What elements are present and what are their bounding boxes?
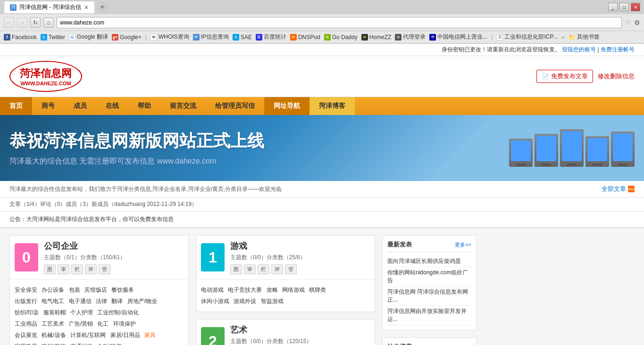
nav-item-members[interactable]: 成员 [64, 97, 96, 115]
stats-bar: 文章（1/4）评论（0）成员（3）新成员（daduzhuang 2012-11-… [0, 197, 644, 212]
nav-item-online[interactable]: 在线 [96, 97, 128, 115]
cat-link-machinery[interactable]: 机械/设备 [42, 332, 66, 338]
close-btn[interactable]: ✕ [631, 3, 640, 11]
cat-link-electric-game[interactable]: 电动游戏 [201, 287, 224, 293]
bookmark-other[interactable]: 📁 其他书签 [569, 33, 600, 41]
cat-link-publishing[interactable]: 出版发行 [15, 298, 37, 304]
cat-link-realestate[interactable]: 房地产/物业 [127, 298, 157, 304]
cat-link-appliances[interactable]: 家用电器 [15, 343, 37, 345]
nav-item-messages[interactable]: 留言交流 [160, 97, 206, 115]
cat-link-home-goods[interactable]: 家居/日用品 [110, 332, 140, 338]
refresh-btn[interactable]: ↻ [30, 17, 41, 28]
bookmark-twitter[interactable]: t Twitter [41, 34, 65, 41]
cat-link-accessories[interactable]: 游戏外设 [234, 298, 256, 304]
cat-link-strategy[interactable]: 攻略 [267, 287, 278, 293]
maximize-btn[interactable]: □ [619, 3, 629, 11]
cat-btn-column[interactable]: 栏 [71, 264, 83, 274]
bookmark-whois[interactable]: W WHOIS查询 [151, 33, 189, 41]
cat-btn-review[interactable]: 审 [58, 264, 69, 274]
recent-post-2[interactable]: 你懂的网站nidongde.com低价广告 [387, 267, 471, 287]
bookmark-homezz[interactable]: H HomeZZ [361, 34, 392, 41]
bookmark-facebook[interactable]: f Facebook [4, 34, 37, 41]
site-logo[interactable]: 菏泽信息网 WWW.DAHEZE.COM [9, 61, 82, 92]
nav-item-merchants[interactable]: 商号 [32, 97, 64, 115]
cat-btn-game-comment[interactable]: 评 [271, 264, 283, 274]
cat-link-office[interactable]: 办公设备 [42, 287, 64, 293]
cat-link-law[interactable]: 法律 [96, 298, 107, 304]
cat-link-fashion[interactable]: 服装鞋帽 [43, 309, 66, 316]
cat-link-environment[interactable]: 环境保护 [113, 320, 136, 327]
login-link[interactable]: 登陆您的账号 [562, 46, 596, 53]
cat-link-transport[interactable]: 交通运输 [70, 343, 93, 345]
bookmark-baidu[interactable]: 百 百度统计 [256, 33, 286, 41]
home-btn[interactable]: ⌂ [43, 17, 54, 28]
bookmark-agent[interactable]: G 代理登录 [395, 33, 426, 41]
nav-item-contact[interactable]: 给管理员写信 [206, 97, 264, 115]
cat-link-hotel[interactable]: 宾馆饭店 [84, 287, 107, 293]
minimize-btn[interactable]: _ [608, 3, 618, 11]
bookmark-godaddy[interactable]: G Go Daddy [324, 34, 358, 41]
cat-link-chess[interactable]: 棋牌类 [309, 287, 326, 293]
cat-btn-comment[interactable]: 评 [85, 264, 97, 274]
forward-btn[interactable]: → [17, 17, 27, 28]
cat-link-finance[interactable]: 金融/投资 [97, 343, 121, 345]
cat-btn-manage[interactable]: 管 [99, 264, 110, 274]
cat-link-internet[interactable]: 计算机/互联网 [70, 332, 106, 338]
bookmark-star[interactable]: ☆ [625, 18, 631, 27]
register-link[interactable]: 免费注册帐号 [601, 46, 635, 53]
bookmark-ip[interactable]: IP IP信息查询 [193, 33, 229, 41]
tab-close-btn[interactable]: ✕ [84, 4, 89, 11]
bookmark-dns[interactable]: D DNSPod [290, 34, 320, 41]
bookmark-googleplus[interactable]: g+ Google+ [112, 34, 142, 41]
bookmark-sae[interactable]: S SAE [233, 34, 252, 41]
edit-link[interactable]: 修改删除信息 [598, 72, 635, 81]
cat-btn-game-manage[interactable]: 管 [285, 264, 297, 274]
cat-link-translation[interactable]: 翻译 [111, 298, 123, 304]
settings-btn[interactable]: ⚙ [634, 19, 640, 26]
cat-link-food[interactable]: 餐饮服务 [111, 287, 134, 293]
cat-btn-game-column[interactable]: 栏 [258, 264, 269, 274]
nav-item-help[interactable]: 帮助 [128, 97, 160, 115]
whois-icon: W [151, 34, 157, 41]
cat-link-casual-game[interactable]: 休闲小游戏 [201, 298, 229, 304]
cat-link-furniture[interactable]: 家具 [144, 332, 156, 338]
recent-post-3[interactable]: 菏泽信息网 菏泽综合信息发布网正... [387, 287, 471, 306]
cat-link-security[interactable]: 安全保安 [15, 287, 37, 293]
cat-link-industrial[interactable]: 工业控制/自动化 [97, 309, 138, 316]
nav-item-blog[interactable]: 菏泽博客 [309, 97, 355, 115]
cat-link-esports[interactable]: 电子竞技大赛 [228, 287, 262, 293]
cat-link-personal[interactable]: 个人护理 [70, 309, 93, 316]
address-bar[interactable] [57, 17, 622, 28]
cat-btn-game-pic[interactable]: 图 [230, 264, 242, 274]
cat-link-chemical[interactable]: 化工 [97, 320, 109, 327]
cat-link-telecom[interactable]: 电子通信 [69, 298, 92, 304]
twitter-icon: t [41, 34, 47, 41]
cat-link-textile[interactable]: 纺织/印染 [15, 309, 39, 316]
all-articles-link[interactable]: 全部文章 RSS [602, 185, 635, 193]
bookmark-telecom[interactable]: 中 中国电信网上营业... [429, 33, 487, 41]
new-tab-btn[interactable]: + [97, 1, 108, 13]
cat-link-online-game[interactable]: 网络游戏 [282, 287, 305, 293]
bookmark-industry[interactable]: 工 工业和信息化部ICP... [496, 33, 557, 41]
cat-link-electrical[interactable]: 电气电工 [42, 298, 64, 304]
cat-link-building[interactable]: 建材/装饰 [42, 343, 66, 345]
cat-btn-game-review[interactable]: 审 [244, 264, 256, 274]
recent-posts-more[interactable]: 更多>> [455, 241, 471, 248]
cat-link-puzzle[interactable]: 智益游戏 [261, 298, 284, 304]
publish-btn[interactable]: 📄 免费发布文章 [536, 70, 593, 83]
cat-link-exhibition[interactable]: 会议展览 [15, 332, 37, 338]
cat-link-advertising[interactable]: 广告/营销 [69, 320, 93, 327]
cat-link-packaging[interactable]: 包装 [69, 287, 80, 293]
recent-post-1[interactable]: 面向菏泽城区长期供应柴鸡蛋 [387, 256, 471, 267]
recent-post-4[interactable]: 菏泽信息网由开放实验室开发并运... [387, 306, 471, 325]
cat-btn-pic[interactable]: 图 [44, 264, 56, 274]
browser-tab[interactable]: 菏 菏泽信息网 - 菏泽综合信 ✕ [4, 1, 95, 13]
bookmark-google-translate[interactable]: G Google 翻译 [69, 33, 108, 41]
logo-text-cn: 菏泽信息网 [20, 66, 72, 81]
cat-link-art-craft[interactable]: 工艺美术 [42, 320, 64, 327]
nav-item-home[interactable]: 首页 [0, 97, 32, 115]
nav-item-navigation[interactable]: 网址导航 [264, 97, 309, 115]
back-btn[interactable]: ← [4, 17, 14, 28]
rss-icon: RSS [628, 186, 635, 192]
cat-link-industrial-goods[interactable]: 工业用品 [15, 320, 37, 327]
